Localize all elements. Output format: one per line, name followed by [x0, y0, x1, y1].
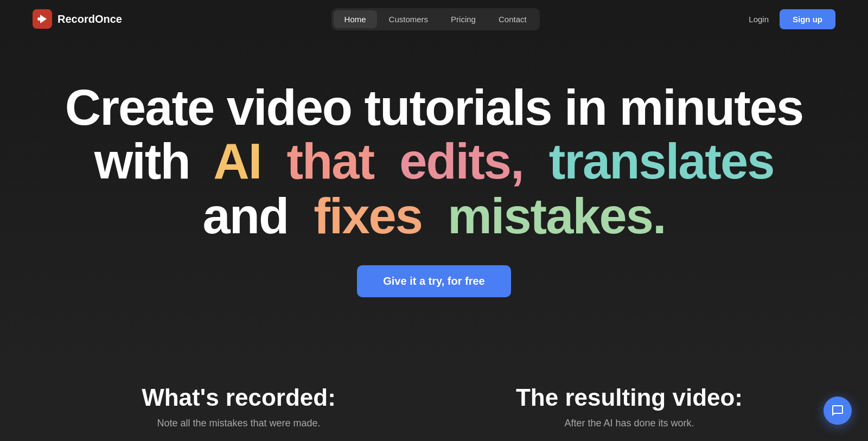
svg-point-2 — [37, 17, 41, 21]
logo-icon — [33, 9, 52, 29]
word-mistakes: mistakes. — [448, 188, 665, 244]
chat-bubble[interactable] — [824, 397, 852, 425]
brand-name: RecordOnce — [58, 13, 122, 25]
bottom-section: What's recorded: Note all the mistakes t… — [0, 351, 868, 441]
word-ai: AI — [213, 133, 261, 189]
bottom-left-heading: What's recorded: — [142, 384, 336, 411]
hero-title-line2: with AI that edits, translates — [94, 134, 774, 189]
chat-icon — [831, 404, 844, 417]
nav-links: Home Customers Pricing Contact — [331, 8, 540, 30]
navbar-right: Login Sign up — [749, 9, 835, 29]
word-translates: translates — [549, 133, 774, 189]
login-link[interactable]: Login — [749, 15, 769, 24]
hero-cta-button[interactable]: Give it a try, for free — [357, 265, 510, 297]
word-and: and — [203, 188, 289, 244]
signup-button[interactable]: Sign up — [780, 9, 835, 29]
nav-pricing[interactable]: Pricing — [440, 10, 487, 28]
hero-section: Create video tutorials in minutes with A… — [0, 38, 868, 351]
bottom-col-left: What's recorded: Note all the mistakes t… — [43, 384, 434, 441]
bottom-right-heading: The resulting video: — [516, 384, 743, 411]
word-fixes: fixes — [314, 188, 422, 244]
hero-title-line3: and fixes mistakes. — [203, 189, 666, 244]
logo[interactable]: RecordOnce — [33, 9, 122, 29]
bottom-col-right: The resulting video: After the AI has do… — [434, 384, 825, 441]
nav-contact[interactable]: Contact — [488, 10, 538, 28]
word-with: with — [94, 133, 190, 189]
word-edits: edits, — [399, 133, 523, 189]
hero-title-line1: Create video tutorials in minutes — [65, 81, 803, 134]
navbar: RecordOnce Home Customers Pricing Contac… — [0, 0, 868, 38]
bottom-right-sub: After the AI has done its work. — [564, 418, 694, 429]
word-that: that — [286, 133, 374, 189]
nav-home[interactable]: Home — [334, 10, 377, 28]
bottom-left-sub: Note all the mistakes that were made. — [157, 418, 320, 429]
nav-customers[interactable]: Customers — [378, 10, 439, 28]
